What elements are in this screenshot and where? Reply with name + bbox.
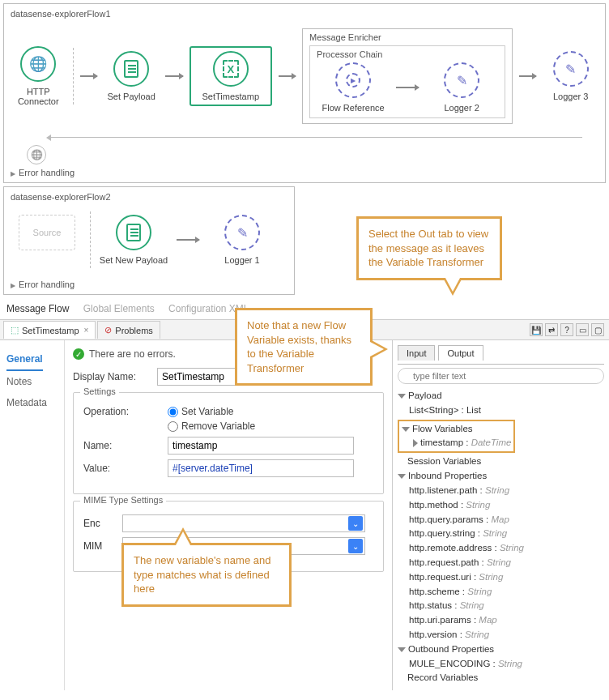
- flow1-title: datasense-explorerFlow1: [11, 9, 598, 19]
- flow1-panel: datasense-explorerFlow1 HTTP Connector S…: [3, 3, 606, 183]
- encoding-label: Enc: [83, 518, 116, 529]
- side-tab-general[interactable]: General: [6, 348, 43, 371]
- tree-prop[interactable]: http.query.params : Map: [398, 513, 604, 527]
- node-set-payload[interactable]: Set Payload: [104, 51, 160, 101]
- value-label: Value:: [83, 463, 161, 474]
- side-tab-metadata[interactable]: Metadata: [6, 392, 57, 413]
- separator: [73, 48, 74, 105]
- arrow-icon: [80, 75, 97, 77]
- source-placeholder[interactable]: Source: [11, 215, 83, 265]
- node-set-timestamp[interactable]: X SetTimestamp: [194, 51, 267, 101]
- tree-prop[interactable]: http.method : String: [398, 498, 604, 513]
- properties-main: ✓ There are no errors. Display Name: Set…: [65, 340, 392, 690]
- io-panel: Input Output Payload List<String> : List…: [392, 340, 609, 690]
- tree-prop[interactable]: http.query.string : String: [398, 527, 604, 541]
- io-tab-input[interactable]: Input: [398, 345, 435, 361]
- operation-label: Operation:: [83, 406, 161, 417]
- filter-input[interactable]: [398, 368, 604, 384]
- name-label: Name:: [83, 440, 161, 451]
- toggle-icon[interactable]: ⇄: [545, 323, 558, 336]
- side-tab-notes[interactable]: Notes: [6, 371, 57, 392]
- flow-ref-icon: [346, 73, 360, 88]
- radio-remove-variable[interactable]: Remove Variable: [168, 420, 255, 432]
- node-set-new-payload[interactable]: Set New Payload: [97, 215, 170, 265]
- min-icon[interactable]: ▭: [576, 323, 589, 336]
- node-http-connector[interactable]: HTTP Connector: [11, 46, 66, 106]
- pencil-icon: [564, 62, 578, 76]
- tree-prop[interactable]: http.remote.address : String: [398, 541, 604, 556]
- selected-node-box: X SetTimestamp: [190, 46, 272, 106]
- feedback-arrow: [51, 137, 582, 145]
- editor-tab-problems[interactable]: ⊘ Problems: [97, 321, 160, 339]
- flow2-title: datasense-explorerFlow2: [11, 192, 287, 202]
- tree-prop[interactable]: http.scheme : String: [398, 585, 604, 600]
- editor-tab-settimestamp[interactable]: ⬚ SetTimestamp ×: [3, 321, 96, 339]
- tree-prop[interactable]: http.uri.params : Map: [398, 613, 604, 628]
- separator: [90, 211, 91, 268]
- properties-side-tabs: General Notes Metadata: [0, 340, 65, 690]
- node-logger-1[interactable]: Logger 1: [206, 215, 279, 265]
- message-enricher-box[interactable]: Message Enricher Processor Chain Flow Re…: [302, 28, 513, 124]
- check-icon: ✓: [73, 348, 84, 360]
- mime-label: MIM: [83, 540, 116, 552]
- display-name-label: Display Name:: [73, 371, 151, 382]
- error-handling-1[interactable]: Error handling: [11, 164, 598, 179]
- node-logger-3[interactable]: Logger 3: [543, 51, 598, 101]
- tree-prop[interactable]: http.status : String: [398, 599, 604, 613]
- output-tree[interactable]: Payload List<String> : List Flow Variabl…: [398, 389, 604, 685]
- arrow-icon: [279, 75, 296, 77]
- chevron-down-icon: ⌄: [348, 516, 363, 531]
- flow2-panel: datasense-explorerFlow2 Source Set New P…: [3, 186, 295, 295]
- tab-message-flow[interactable]: Message Flow: [6, 303, 69, 314]
- mini-globe-icon: 🌐: [27, 145, 46, 164]
- node-flow-reference[interactable]: Flow Reference: [317, 62, 390, 113]
- node-logger-2[interactable]: Logger 2: [425, 62, 498, 113]
- settings-group: Settings Operation: Set Variable Remove …: [73, 392, 384, 494]
- pencil-icon: [235, 225, 249, 240]
- pencil-icon: [454, 73, 469, 88]
- encoding-select[interactable]: ⌄: [122, 514, 365, 532]
- io-tab-output[interactable]: Output: [438, 345, 483, 361]
- save-icon[interactable]: 💾: [530, 323, 543, 336]
- arrow-icon: [177, 239, 199, 241]
- document-icon: [124, 60, 138, 78]
- tab-global-elements[interactable]: Global Elements: [83, 303, 155, 314]
- document-icon: [126, 224, 141, 241]
- close-icon[interactable]: ×: [84, 326, 89, 335]
- max-icon[interactable]: ▢: [591, 323, 604, 336]
- globe-icon: [29, 55, 47, 73]
- help-icon[interactable]: ?: [560, 323, 573, 336]
- tree-prop[interactable]: http.request.path : String: [398, 556, 604, 570]
- arrow-icon: [165, 75, 182, 77]
- arrow-icon: [519, 75, 536, 77]
- callout-variable-name: The new variable's name and type matches…: [121, 543, 292, 607]
- tree-prop[interactable]: http.request.uri : String: [398, 570, 604, 585]
- tree-prop[interactable]: http.version : String: [398, 628, 604, 642]
- callout-output-tab: Select the Out tab to view the message a…: [356, 216, 502, 280]
- chevron-down-icon: ⌄: [348, 539, 363, 553]
- error-handling-2[interactable]: Error handling: [11, 276, 287, 291]
- value-input[interactable]: [168, 459, 354, 477]
- arrow-icon: [396, 87, 419, 88]
- variable-icon: X: [223, 60, 239, 78]
- radio-set-variable[interactable]: Set Variable: [168, 406, 255, 417]
- tree-prop[interactable]: http.listener.path : String: [398, 484, 604, 498]
- callout-flow-variable: Note that a new Flow Variable exists, th…: [235, 308, 373, 386]
- name-input[interactable]: [168, 437, 354, 455]
